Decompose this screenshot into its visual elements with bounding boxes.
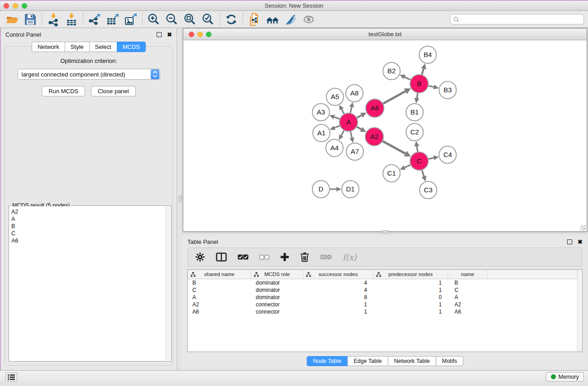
- node-label-A8: A8: [350, 89, 359, 97]
- task-history-button[interactable]: [5, 372, 17, 381]
- result-item[interactable]: B: [10, 223, 166, 230]
- toolbar-search[interactable]: [450, 14, 584, 24]
- column-header-predecessor-nodes[interactable]: predecessor nodes: [373, 270, 448, 279]
- refresh-network-button[interactable]: [224, 12, 239, 27]
- hide-annotations-button[interactable]: [283, 12, 298, 27]
- table-row[interactable]: Adominator80A: [188, 294, 582, 301]
- control-panel-title: Control Panel: [5, 31, 41, 38]
- minimize-window-button[interactable]: [13, 3, 18, 9]
- zoom-selected-button[interactable]: [201, 12, 216, 27]
- result-scrollbar[interactable]: [166, 206, 171, 361]
- edge-B-B3[interactable]: [428, 86, 434, 87]
- export-network-button[interactable]: [87, 12, 102, 27]
- export-image-button[interactable]: [123, 12, 139, 27]
- import-network-button[interactable]: [46, 12, 61, 27]
- show-details-button[interactable]: [301, 12, 316, 27]
- edge-A2-C[interactable]: [382, 141, 405, 153]
- run-mcds-button[interactable]: Run MCDS: [42, 86, 85, 96]
- edge-A-A2[interactable]: [357, 127, 361, 129]
- edge-C-C1[interactable]: [405, 165, 411, 167]
- network-minimize-button[interactable]: [197, 32, 203, 37]
- zoom-fit-button[interactable]: [182, 12, 198, 27]
- open-session-button[interactable]: [5, 12, 20, 27]
- node-label-A4: A4: [330, 144, 339, 152]
- resize-grip[interactable]: [580, 225, 586, 230]
- maximize-window-button[interactable]: [22, 3, 27, 9]
- cell-MCDS-role: dominator: [251, 287, 303, 293]
- trash-icon: [300, 252, 309, 262]
- table-settings-button[interactable]: [195, 252, 205, 262]
- edge-B-B1[interactable]: [417, 93, 418, 98]
- edge-A-A8[interactable]: [350, 107, 352, 113]
- table-row[interactable]: Bdominator41B: [188, 279, 582, 286]
- edge-C-C3[interactable]: [422, 170, 424, 176]
- edge-A-A6[interactable]: [357, 115, 362, 118]
- result-item[interactable]: A6: [10, 237, 166, 244]
- save-session-button[interactable]: [23, 12, 38, 27]
- result-item[interactable]: C: [10, 230, 166, 237]
- select-all-button[interactable]: [238, 254, 249, 260]
- network-maximize-button[interactable]: [206, 32, 211, 37]
- table-close-button[interactable]: ✖: [578, 239, 583, 245]
- edge-B-B2[interactable]: [405, 77, 411, 80]
- cell-MCDS-role: dominator: [251, 294, 303, 300]
- table-row[interactable]: Cdominator41C: [188, 286, 582, 294]
- column-header-successor-nodes[interactable]: successor nodes: [303, 270, 373, 279]
- tab-node-table[interactable]: Node Table: [306, 356, 348, 366]
- edge-A-A3[interactable]: [334, 117, 339, 119]
- tab-network-table[interactable]: Network Table: [388, 356, 436, 366]
- column-header-name[interactable]: name: [448, 270, 488, 279]
- window-titlebar[interactable]: Session: New Session: [0, 1, 588, 11]
- search-input[interactable]: [459, 15, 583, 24]
- result-item[interactable]: A: [10, 215, 166, 223]
- split-divider-handle[interactable]: [382, 230, 388, 234]
- tab-mcds[interactable]: MCDS: [117, 42, 146, 52]
- memory-button[interactable]: Memory: [546, 372, 584, 381]
- table-row[interactable]: A6connector11A6: [188, 308, 582, 315]
- export-table-button[interactable]: [105, 12, 120, 27]
- close-panel-button-inner[interactable]: Close panel: [91, 86, 136, 96]
- tab-edge-table[interactable]: Edge Table: [347, 356, 388, 366]
- import-table-button[interactable]: [64, 12, 79, 27]
- table-row[interactable]: A2connector11A2: [188, 301, 582, 308]
- tab-motifs[interactable]: Motifs: [435, 356, 463, 366]
- result-item[interactable]: A2: [10, 208, 166, 215]
- add-column-button[interactable]: [280, 253, 289, 262]
- mcds-result-list[interactable]: A2ABCA6: [10, 206, 166, 361]
- deselect-all-button[interactable]: [259, 255, 269, 260]
- close-window-button[interactable]: [4, 3, 9, 9]
- float-panel-button[interactable]: [157, 32, 162, 37]
- zoom-out-button[interactable]: [164, 12, 180, 27]
- edge-A-A7[interactable]: [350, 132, 352, 138]
- zoom-in-button[interactable]: [146, 12, 162, 27]
- edge-A-A4[interactable]: [341, 130, 344, 135]
- edge-C-C2[interactable]: [417, 146, 418, 152]
- edge-A-A1[interactable]: [335, 126, 340, 128]
- edge-A-A5[interactable]: [342, 109, 344, 114]
- column-header-MCDS-role[interactable]: MCDS role: [251, 270, 303, 279]
- node-label-B2: B2: [387, 67, 396, 75]
- tab-network[interactable]: Network: [32, 42, 65, 52]
- split-view-button[interactable]: [216, 253, 227, 262]
- column-header-shared-name[interactable]: shared name: [188, 270, 251, 279]
- tab-style[interactable]: Style: [65, 42, 90, 52]
- edge-C-C4[interactable]: [428, 158, 434, 159]
- network-window-titlebar[interactable]: testGlobe.txt: [183, 29, 587, 40]
- edge-B-B4[interactable]: [422, 69, 424, 75]
- edge-A6-B[interactable]: [383, 91, 405, 104]
- shared-column-icon: [191, 272, 196, 277]
- table-scrollbar[interactable]: [577, 270, 582, 352]
- home-layout-button[interactable]: [265, 12, 280, 27]
- criterion-dropdown[interactable]: largest connected component (directed): [18, 69, 160, 80]
- table-float-button[interactable]: [567, 239, 572, 244]
- network-close-button[interactable]: [189, 32, 194, 37]
- network-canvas[interactable]: AA1A3A5A8A4A7A6A2BB2B4B3B1CC2C4C1C3DD1: [183, 40, 587, 231]
- node-label-D1: D1: [346, 185, 354, 193]
- tab-select[interactable]: Select: [89, 42, 117, 52]
- close-panel-button[interactable]: ✖: [167, 32, 172, 38]
- edge-arrow-D-D1: [336, 187, 341, 191]
- refresh-icon: [225, 13, 238, 26]
- split-divider-handle[interactable]: [179, 196, 182, 202]
- delete-column-button[interactable]: [300, 252, 309, 262]
- clone-network-button[interactable]: [247, 12, 262, 27]
